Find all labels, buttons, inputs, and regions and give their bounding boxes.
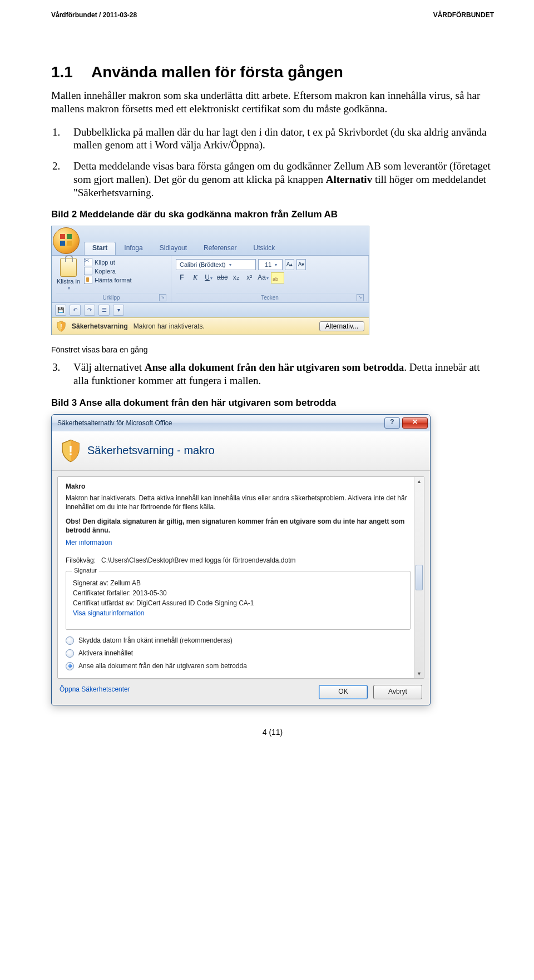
ok-button[interactable]: OK bbox=[319, 685, 368, 699]
cut-button[interactable]: Klipp ut bbox=[84, 258, 132, 266]
font-name-combo[interactable]: Calibri (Brödtext)▾ bbox=[176, 259, 256, 270]
macro-note: Obs! Den digitala signaturen är giltig, … bbox=[66, 517, 411, 535]
file-path-label: Filsökväg: bbox=[66, 556, 96, 564]
signed-by: Signerat av: Zellum AB bbox=[73, 579, 403, 587]
qat-redo-button[interactable]: ↷ bbox=[84, 305, 95, 316]
more-info-link[interactable]: Mer information bbox=[66, 539, 112, 546]
qat-button[interactable]: ☰ bbox=[98, 305, 110, 316]
svg-text:!: ! bbox=[60, 323, 62, 330]
figure-2-note: Fönstret visas bara en gång bbox=[51, 345, 494, 354]
copy-button[interactable]: Kopiera bbox=[84, 267, 132, 275]
word-ribbon: Start Infoga Sidlayout Referenser Utskic… bbox=[51, 226, 369, 335]
underline-button[interactable]: U▾ bbox=[202, 272, 215, 283]
cert-expires: Certifikatet förfaller: 2013-05-30 bbox=[73, 589, 403, 597]
tab-start[interactable]: Start bbox=[84, 242, 116, 255]
chevron-down-icon: ▾ bbox=[229, 262, 231, 267]
step-3-number: 3. bbox=[52, 361, 60, 374]
change-case-button[interactable]: Aa▾ bbox=[256, 272, 270, 283]
page: Vårdförbundet / 2011-03-28 VÅRDFÖRBUNDET… bbox=[0, 0, 534, 980]
macro-paragraph: Makron har inaktiverats. Detta aktiva in… bbox=[66, 494, 411, 511]
highlight-button[interactable] bbox=[271, 272, 284, 283]
subscript-button[interactable]: x₂ bbox=[230, 272, 242, 283]
shield-icon: ! bbox=[56, 321, 66, 332]
security-message-bar: ! Säkerhetsvarning Makron har inaktivera… bbox=[52, 317, 369, 335]
tab-insert[interactable]: Infoga bbox=[116, 242, 151, 255]
shrink-font-button[interactable]: A▾ bbox=[296, 259, 306, 270]
radio-enable[interactable]: Aktivera innehållet bbox=[66, 649, 411, 658]
step-2-number: 2. bbox=[52, 160, 60, 173]
radio-icon bbox=[66, 649, 74, 658]
ribbon-groups: Klistra in ▾ Klipp ut Kopiera Hämta form… bbox=[52, 255, 369, 302]
msgbar-label: Säkerhetsvarning bbox=[72, 322, 128, 330]
section-title: 1.1Använda mallen för första gången bbox=[51, 63, 494, 81]
tab-references[interactable]: Referenser bbox=[195, 242, 245, 255]
scroll-thumb[interactable] bbox=[416, 565, 423, 590]
ribbon-tabs: Start Infoga Sidlayout Referenser Utskic… bbox=[84, 242, 283, 255]
tab-mailings[interactable]: Utskick bbox=[245, 242, 283, 255]
window-buttons: ? ✕ bbox=[384, 417, 428, 429]
tab-layout[interactable]: Sidlayout bbox=[151, 242, 195, 255]
cancel-button[interactable]: Avbryt bbox=[373, 685, 422, 699]
banner-title: Säkerhetsvarning - makro bbox=[87, 444, 215, 457]
paste-icon bbox=[60, 258, 77, 277]
figure-2: Start Infoga Sidlayout Referenser Utskic… bbox=[51, 226, 494, 335]
signature-legend: Signatur bbox=[72, 567, 99, 574]
scroll-down-icon[interactable]: ▼ bbox=[414, 669, 424, 678]
open-trust-center-link[interactable]: Öppna Säkerhetscenter bbox=[60, 685, 130, 693]
msgbar-options-button[interactable]: Alternativ... bbox=[319, 321, 364, 331]
dialog-body: ▲ ▼ Makro Makron har inaktiverats. Detta… bbox=[57, 476, 424, 679]
section-heading: Använda mallen för första gången bbox=[91, 63, 343, 81]
help-button[interactable]: ? bbox=[384, 417, 400, 429]
strike-button[interactable]: abc bbox=[216, 272, 229, 283]
radio-trust-publisher[interactable]: Anse alla dokument från den här utgivare… bbox=[66, 662, 411, 670]
office-button[interactable] bbox=[53, 227, 80, 254]
page-header: Vårdförbundet / 2011-03-28 VÅRDFÖRBUNDET bbox=[51, 11, 494, 19]
font-group: Calibri (Brödtext)▾ 11▾ A▴ A▾ F K U▾ abc… bbox=[171, 256, 369, 302]
dialog-banner: ! Säkerhetsvarning - makro bbox=[52, 431, 430, 471]
dialog-launcher-icon[interactable]: ↘ bbox=[357, 294, 364, 301]
grow-font-button[interactable]: A▴ bbox=[285, 259, 294, 270]
qat-save-button[interactable]: 💾 bbox=[55, 305, 66, 316]
shield-icon: ! bbox=[61, 439, 81, 462]
radio-trust-label: Anse alla dokument från den här utgivare… bbox=[78, 662, 247, 670]
step-3-bold: Anse alla dokument från den här utgivare… bbox=[145, 361, 404, 373]
view-signature-link[interactable]: Visa signaturinformation bbox=[73, 609, 145, 617]
file-path-value: C:\Users\Claes\Desktop\Brev med logga fö… bbox=[101, 556, 296, 564]
dialog-titlebar: Säkerhetsalternativ för Microsoft Office… bbox=[52, 415, 430, 431]
cert-issuer: Certifikat utfärdat av: DigiCert Assured… bbox=[73, 599, 403, 607]
superscript-button[interactable]: x² bbox=[243, 272, 255, 283]
step-1-number: 1. bbox=[52, 126, 60, 139]
qat-undo-button[interactable]: ↶ bbox=[70, 305, 81, 316]
qat-customize-button[interactable]: ▾ bbox=[113, 305, 124, 316]
paste-button[interactable]: Klistra in ▾ bbox=[56, 258, 81, 291]
italic-button[interactable]: K bbox=[189, 272, 201, 283]
dialog-title: Säkerhetsalternativ för Microsoft Office bbox=[57, 419, 172, 427]
dialog-launcher-icon[interactable]: ↘ bbox=[159, 294, 166, 301]
chevron-down-icon: ▾ bbox=[210, 276, 212, 281]
quick-access-toolbar: 💾 ↶ ↷ ☰ ▾ bbox=[52, 302, 369, 317]
macro-group-label: Makro bbox=[66, 482, 411, 490]
scrollbar[interactable]: ▲ ▼ bbox=[414, 477, 424, 678]
font-group-title: Tecken↘ bbox=[176, 293, 364, 302]
brush-icon bbox=[84, 276, 92, 284]
font-size-combo[interactable]: 11▾ bbox=[258, 259, 283, 270]
scroll-up-icon[interactable]: ▲ bbox=[414, 477, 424, 486]
chevron-down-icon: ▾ bbox=[275, 262, 277, 267]
security-dialog: Säkerhetsalternativ för Microsoft Office… bbox=[51, 414, 431, 705]
page-footer: 4 (11) bbox=[51, 728, 494, 737]
bold-button[interactable]: F bbox=[176, 272, 188, 283]
scissors-icon bbox=[84, 258, 92, 266]
svg-text:!: ! bbox=[68, 442, 73, 457]
close-button[interactable]: ✕ bbox=[402, 417, 428, 429]
figure-3-caption: Bild 3 Anse alla dokument från den här u… bbox=[51, 397, 494, 409]
dialog-footer: Öppna Säkerhetscenter OK Avbryt bbox=[52, 679, 430, 705]
radio-protect[interactable]: Skydda datorn från okänt innehåll (rekom… bbox=[66, 636, 411, 645]
step-2: 2. Detta meddelande visas bara första gå… bbox=[51, 160, 494, 199]
format-painter-button[interactable]: Hämta format bbox=[84, 276, 132, 284]
step-1: 1. Dubbelklicka på mallen där du har lag… bbox=[51, 126, 494, 152]
section-number: 1.1 bbox=[51, 63, 91, 81]
clipboard-group-title: Urklipp↘ bbox=[56, 293, 166, 302]
header-right: VÅRDFÖRBUNDET bbox=[433, 11, 494, 19]
radio-group: Skydda datorn från okänt innehåll (rekom… bbox=[66, 636, 411, 670]
radio-protect-label: Skydda datorn från okänt innehåll (rekom… bbox=[78, 636, 233, 644]
